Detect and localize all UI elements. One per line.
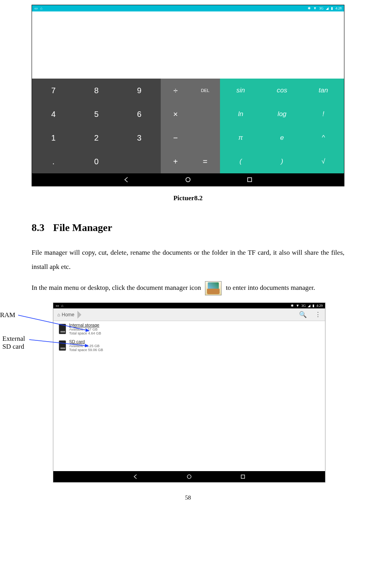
android-nav-bar (53, 471, 325, 482)
key-e[interactable]: e (261, 126, 303, 150)
recent-icon[interactable] (240, 473, 246, 480)
apple-icon: ⌂ (40, 6, 42, 10)
key-5[interactable]: 5 (75, 102, 118, 126)
signal-icon: ◢ (326, 6, 329, 10)
network-label: 3G (319, 6, 323, 10)
calc-status-bar: ▭ ⌂ ✱ ▼ 3G ◢ ▮ 4:28 (32, 5, 344, 11)
wifi-icon: ▼ (313, 6, 317, 10)
key-blank (118, 150, 161, 173)
paragraph-2a: In the main menu or desktop, click the d… (32, 284, 203, 291)
network-label: 3G (301, 304, 306, 308)
key-3[interactable]: 3 (118, 126, 161, 150)
search-icon[interactable]: 🔍 (299, 311, 307, 318)
battery-icon: ▮ (312, 304, 314, 308)
signal-icon: ◢ (308, 304, 310, 308)
bluetooth-icon: ✱ (308, 6, 311, 10)
key-ln[interactable]: ln (220, 102, 261, 126)
key-multiply[interactable]: × (161, 102, 190, 126)
home-icon[interactable] (185, 177, 191, 183)
key-power[interactable]: ^ (303, 126, 344, 150)
section-number: 8.3 (32, 222, 45, 233)
status-time: 4:29 (316, 304, 323, 308)
fm-storage-list: Internal storage Available 4.37 GB Total… (53, 321, 325, 471)
battery-icon: ▮ (331, 6, 333, 10)
overflow-menu-icon[interactable]: ⋮ (315, 311, 321, 318)
key-equals[interactable]: = (190, 150, 220, 173)
annotation-sd: External SD card (2, 335, 25, 351)
key-op-blank-2 (190, 126, 220, 150)
key-dot[interactable]: . (32, 150, 75, 173)
svg-line-4 (18, 315, 89, 331)
document-page: ▭ ⌂ ✱ ▼ 3G ◢ ▮ 4:28 7 8 9 4 5 6 1 2 (0, 5, 376, 517)
key-sin[interactable]: sin (220, 79, 261, 102)
back-icon[interactable] (132, 473, 139, 480)
section-heading: 8.3File Manager (32, 222, 344, 234)
svg-point-2 (187, 475, 191, 479)
figure-caption: Pictuer8.2 (32, 194, 344, 202)
file-manager-icon (205, 281, 222, 295)
apple-icon: ⌂ (61, 304, 63, 308)
calc-display[interactable] (32, 11, 344, 79)
svg-line-5 (29, 340, 88, 346)
section-title: File Manager (53, 222, 112, 233)
key-9[interactable]: 9 (118, 79, 161, 102)
paragraph-1: File manager will copy, cut, delete, ren… (32, 246, 344, 274)
annotation-sd-label-1: External (2, 335, 25, 343)
svg-rect-3 (241, 475, 245, 479)
fm-figure-container: ▭ ⌂ ✱ ▼ 3G ◢ ▮ 4:29 ⌂ Home (32, 302, 344, 483)
key-minus[interactable]: − (161, 126, 190, 150)
recent-icon[interactable] (246, 177, 253, 183)
paragraph-2: In the main menu or desktop, click the d… (32, 281, 344, 295)
bluetooth-icon: ✱ (291, 304, 294, 308)
fm-status-bar: ▭ ⌂ ✱ ▼ 3G ◢ ▮ 4:29 (53, 303, 325, 308)
sd-card-item[interactable]: SD card Available 46.25 GB Total space 5… (53, 338, 325, 354)
annotation-ram-label: RAM (0, 311, 15, 319)
key-tan[interactable]: tan (303, 79, 344, 102)
key-sqrt[interactable]: √ (303, 150, 344, 173)
internal-storage-item[interactable]: Internal storage Available 4.37 GB Total… (53, 321, 325, 338)
key-del[interactable]: DEL (190, 79, 220, 102)
key-factorial[interactable]: ! (303, 102, 344, 126)
svg-rect-1 (248, 178, 252, 182)
key-op-blank-1 (190, 102, 220, 126)
back-icon[interactable] (123, 177, 130, 183)
home-icon[interactable] (186, 473, 192, 480)
key-8[interactable]: 8 (75, 79, 118, 102)
calculator-screenshot: ▭ ⌂ ✱ ▼ 3G ◢ ▮ 4:28 7 8 9 4 5 6 1 2 (32, 5, 344, 186)
calc-operator-pad: ÷ DEL × − + = (161, 79, 220, 173)
key-cos[interactable]: cos (261, 79, 303, 102)
calc-numpad: 7 8 9 4 5 6 1 2 3 . 0 (32, 79, 161, 173)
annotation-sd-label-2: SD card (2, 343, 25, 351)
android-nav-bar (32, 173, 344, 186)
paragraph-2b: to enter into documents manager. (226, 284, 315, 291)
svg-point-0 (186, 178, 190, 182)
key-plus[interactable]: + (161, 150, 190, 173)
annotation-sd-arrow (29, 339, 92, 351)
page-number: 58 (32, 494, 344, 501)
calc-function-pad: sin cos tan ln log ! π e ^ ( ) √ (220, 79, 344, 173)
calc-keypad: 7 8 9 4 5 6 1 2 3 . 0 ÷ DEL × − + (32, 79, 344, 173)
key-2[interactable]: 2 (75, 126, 118, 150)
fm-toolbar: ⌂ Home 🔍 ⋮ (53, 308, 325, 321)
status-time: 4:28 (335, 6, 342, 10)
key-rparen[interactable]: ) (261, 150, 303, 173)
key-6[interactable]: 6 (118, 102, 161, 126)
key-1[interactable]: 1 (32, 126, 75, 150)
key-7[interactable]: 7 (32, 79, 75, 102)
key-log[interactable]: log (261, 102, 303, 126)
wifi-icon: ▼ (296, 304, 299, 308)
screenshot-icon: ▭ (56, 304, 59, 308)
file-manager-screenshot: ▭ ⌂ ✱ ▼ 3G ◢ ▮ 4:29 ⌂ Home (53, 302, 325, 483)
key-pi[interactable]: π (220, 126, 261, 150)
key-4[interactable]: 4 (32, 102, 75, 126)
key-divide[interactable]: ÷ (161, 79, 190, 102)
annotation-ram: RAM (0, 311, 15, 319)
screenshot-icon: ▭ (34, 6, 38, 10)
annotation-ram-arrow (18, 314, 93, 334)
key-0[interactable]: 0 (75, 150, 118, 173)
key-lparen[interactable]: ( (220, 150, 261, 173)
